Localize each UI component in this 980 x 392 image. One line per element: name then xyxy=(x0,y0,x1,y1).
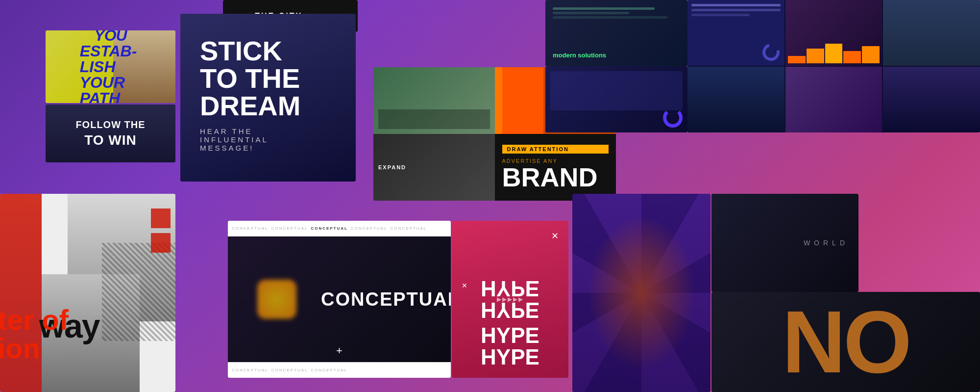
expand-text: EXPAND xyxy=(378,164,406,170)
ui-cell-1 xyxy=(687,0,784,66)
ui-cell-5 xyxy=(785,67,882,132)
conceptual-nav-3: CONCEPTUAL xyxy=(311,226,348,231)
follow-card: FOLLOW THE TO WIN xyxy=(46,105,175,162)
ui-cell-2 xyxy=(785,0,882,66)
x-mark-2: ✕ xyxy=(462,282,467,289)
tech-card-2 xyxy=(545,66,687,132)
x-mark-1: ✕ xyxy=(551,231,559,241)
establish-text3: LISH xyxy=(80,59,142,75)
stick-card: STICK TO THE DREAM HEAR THE INFLUENTIAL … xyxy=(180,14,356,182)
no-card: NO xyxy=(711,292,980,392)
conceptual-bottom-1: CONCEPTUAL xyxy=(232,368,269,372)
brand-cell-text: DRAW ATTENTION ADVERTISE ANY BRAND xyxy=(495,134,616,201)
establish-text: YOU xyxy=(80,30,142,43)
no-text: NO xyxy=(782,298,909,386)
conceptual-nav-2: CONCEPTUAL xyxy=(271,226,308,231)
conceptual-bottom-2: CONCEPTUAL xyxy=(271,368,308,372)
diagonal-pattern xyxy=(102,243,175,341)
modern-label: modern solutions xyxy=(553,52,606,59)
conceptual-card: CONCEPTUAL CONCEPTUAL CONCEPTUAL CONCEPT… xyxy=(228,221,451,378)
world-card: WORLD xyxy=(711,194,858,292)
conceptual-plus: + xyxy=(336,344,343,357)
ui-cell-4 xyxy=(687,67,784,132)
ui-cell-6 xyxy=(883,67,980,132)
ui-cell-3 xyxy=(883,0,980,66)
conceptual-title: CONCEPTUAL xyxy=(238,289,451,310)
conceptual-top-bar: CONCEPTUAL CONCEPTUAL CONCEPTUAL CONCEPT… xyxy=(228,221,451,236)
conceptual-bottom-bar: CONCEPTUAL CONCEPTUAL CONCEPTUAL + xyxy=(228,362,451,378)
draw-attention-label: DRAW ATTENTION xyxy=(502,145,609,154)
establish-text2: ESTAB- xyxy=(80,43,142,59)
conceptual-bottom-3: CONCEPTUAL xyxy=(311,368,347,372)
brand-cell-office xyxy=(373,67,495,134)
stick-sub1: HEAR THE xyxy=(200,127,300,135)
establish-text5: PATH xyxy=(80,90,142,103)
brand-label: BRAND xyxy=(502,164,609,190)
stick-main3: DREAM xyxy=(200,92,300,120)
symmetry-card xyxy=(572,194,710,392)
stick-main2: TO THE xyxy=(200,65,300,92)
hype-text-bottom: HYPE HYPE xyxy=(481,325,539,368)
conceptual-main: CONCEPTUAL xyxy=(228,236,451,362)
red-square-1 xyxy=(151,209,171,228)
conceptual-nav-4: CONCEPTUAL xyxy=(351,226,388,231)
red-square-2 xyxy=(151,233,171,253)
ui-grid-card xyxy=(687,0,980,132)
follow-text1: FOLLOW THE xyxy=(46,119,175,131)
conceptual-nav-1: CONCEPTUAL xyxy=(232,226,269,231)
modern-solutions-card: modern solutions xyxy=(545,0,687,66)
conceptual-nav-5: CONCEPTUAL xyxy=(391,226,427,231)
establish-text4: YOUR xyxy=(80,75,142,90)
establish-card: YOU ESTAB- LISH YOUR PATH xyxy=(46,30,175,103)
arrows: ▶▶▶▶▶ xyxy=(497,296,524,303)
brand-cell-person: EXPAND xyxy=(373,134,495,201)
stick-sub3: MESSAGE! xyxy=(200,144,300,152)
follow-text2: TO WIN xyxy=(46,132,175,148)
stick-main1: STICK xyxy=(200,37,300,65)
stick-sub2: INFLUENTIAL xyxy=(200,135,300,144)
world-text: WORLD xyxy=(804,239,849,247)
ter-text: ter ofion xyxy=(0,306,69,363)
bw-collage-card: way ter ofion xyxy=(0,194,175,392)
hype-card: HYPE HYPE HYPE HYPE ✕ ✕ ▶▶▶▶▶ xyxy=(452,221,568,378)
